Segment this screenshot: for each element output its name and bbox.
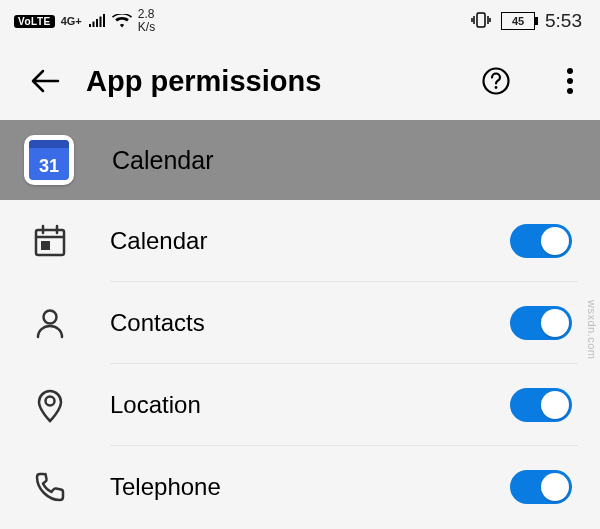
battery-level: 45	[501, 12, 535, 30]
svg-rect-0	[477, 13, 485, 27]
svg-point-8	[44, 311, 57, 324]
watermark: wsxdn.com	[586, 300, 598, 360]
network-gen: 4G+	[61, 16, 82, 27]
permission-row-contacts[interactable]: Contacts	[0, 282, 600, 364]
battery-indicator: 45	[501, 12, 535, 30]
vibrate-icon	[471, 11, 491, 32]
help-button[interactable]	[480, 65, 512, 97]
permissions-list: Calendar Contacts Location Telephone	[0, 200, 600, 528]
permission-toggle-calendar[interactable]	[510, 224, 572, 258]
app-header: 31 Calendar	[0, 120, 600, 200]
wifi-icon	[112, 14, 132, 28]
data-rate-unit: K/s	[138, 20, 155, 34]
permission-row-calendar[interactable]: Calendar	[0, 200, 600, 282]
permission-toggle-telephone[interactable]	[510, 470, 572, 504]
svg-point-2	[495, 86, 498, 89]
calendar-icon	[28, 219, 72, 263]
permission-label: Calendar	[110, 227, 472, 255]
page-title: App permissions	[86, 65, 454, 98]
permission-label: Telephone	[110, 473, 472, 501]
more-vert-icon	[566, 67, 574, 95]
data-rate: 2.8 K/s	[138, 8, 155, 34]
svg-point-9	[46, 397, 55, 406]
calendar-app-icon: 31	[24, 135, 74, 185]
calendar-app-icon-day: 31	[29, 140, 69, 180]
clock: 5:53	[545, 10, 582, 32]
status-right: 45 5:53	[471, 10, 582, 32]
status-bar: VoLTE 4G+ 2.8 K/s 45 5:53	[0, 0, 600, 42]
permission-toggle-location[interactable]	[510, 388, 572, 422]
arrow-left-icon	[30, 68, 60, 94]
permission-label: Contacts	[110, 309, 472, 337]
permission-row-location[interactable]: Location	[0, 364, 600, 446]
permission-toggle-contacts[interactable]	[510, 306, 572, 340]
svg-point-5	[567, 88, 573, 94]
svg-rect-7	[41, 241, 50, 250]
svg-point-4	[567, 78, 573, 84]
contacts-icon	[28, 301, 72, 345]
data-rate-value: 2.8	[138, 7, 155, 21]
back-button[interactable]	[30, 66, 60, 96]
status-left: VoLTE 4G+ 2.8 K/s	[14, 8, 155, 34]
telephone-icon	[28, 465, 72, 509]
location-icon	[28, 383, 72, 427]
app-name: Calendar	[112, 146, 213, 175]
signal-icon	[88, 14, 106, 28]
svg-point-3	[567, 68, 573, 74]
volte-indicator: VoLTE	[14, 15, 55, 28]
app-bar: App permissions	[0, 42, 600, 120]
help-icon	[481, 66, 511, 96]
overflow-menu-button[interactable]	[560, 65, 580, 97]
permission-row-telephone[interactable]: Telephone	[0, 446, 600, 528]
permission-label: Location	[110, 391, 472, 419]
